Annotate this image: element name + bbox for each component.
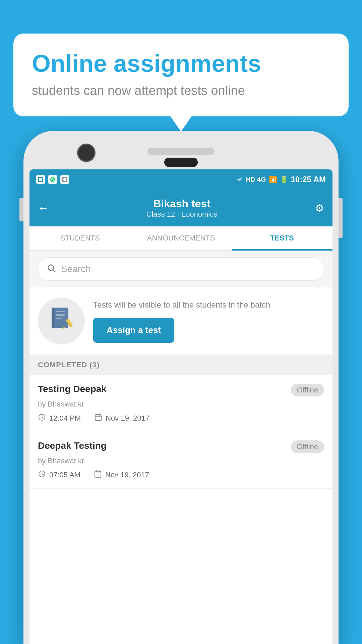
assign-test-button[interactable]: Assign a test — [93, 318, 174, 343]
signal-icon: 📶 — [269, 175, 277, 183]
test-time: 07:05 AM — [38, 470, 80, 480]
test-date-value: Nov 19, 2017 — [105, 471, 149, 479]
phone-earpiece — [164, 158, 198, 167]
app-icon-1 — [36, 175, 45, 184]
search-container: Search — [29, 251, 333, 287]
phone-screen: W ✳ HD 4G 📶 🔋 10:25 AM ← Bikash test Cla… — [29, 169, 333, 644]
phone-side-button-right — [339, 198, 343, 238]
tab-bar: STUDENTS ANNOUNCEMENTS TESTS — [29, 226, 333, 251]
svg-rect-17 — [95, 415, 101, 421]
search-placeholder: Search — [61, 264, 91, 274]
phone-camera — [77, 144, 96, 162]
bubble-title: Online assignments — [32, 50, 330, 77]
phone-outer: W ✳ HD 4G 📶 🔋 10:25 AM ← Bikash test Cla… — [23, 131, 339, 644]
app-bar-subtitle: Class 12 · Economics — [49, 210, 315, 219]
test-time-value: 07:05 AM — [49, 471, 80, 479]
calendar-icon — [94, 413, 102, 423]
test-by: by Bhaswat kr — [38, 457, 324, 465]
test-date: Nov 19, 2017 — [94, 413, 149, 423]
test-item-header: Deepak Testing Offline — [38, 440, 324, 453]
status-bar: W ✳ HD 4G 📶 🔋 10:25 AM — [29, 169, 333, 190]
whatsapp-icon: W — [48, 175, 57, 184]
back-button[interactable]: ← — [38, 202, 49, 214]
clock-icon — [38, 470, 46, 480]
assign-icon-circle — [38, 298, 85, 344]
svg-rect-11 — [56, 314, 65, 316]
settings-button[interactable]: ⚙ — [315, 202, 324, 214]
app-bar-title: Bikash test — [49, 198, 315, 210]
calendar-icon — [94, 470, 102, 480]
clock-icon — [38, 413, 46, 423]
app-bar-center: Bikash test Class 12 · Economics — [49, 198, 315, 219]
test-name: Deepak Testing — [38, 440, 107, 451]
network-label: HD 4G — [245, 176, 266, 183]
assign-right: Tests will be visible to all the student… — [93, 299, 324, 343]
tab-announcements[interactable]: ANNOUNCEMENTS — [130, 226, 231, 250]
svg-rect-9 — [52, 308, 54, 328]
test-date-value: Nov 19, 2017 — [106, 414, 149, 423]
test-item[interactable]: Testing Deepak Offline by Bhaswat kr 12:… — [29, 375, 333, 432]
bluetooth-icon: ✳ — [237, 175, 243, 183]
tab-students[interactable]: STUDENTS — [29, 226, 130, 250]
speech-bubble: Online assignments students can now atte… — [13, 34, 349, 116]
svg-rect-12 — [56, 318, 62, 319]
test-meta: 12:04 PM Nov 19, 2017 — [38, 413, 324, 423]
svg-rect-1 — [39, 178, 42, 181]
status-right: ✳ HD 4G 📶 🔋 10:25 AM — [237, 175, 326, 184]
test-item-header: Testing Deepak Offline — [38, 384, 324, 396]
search-icon — [47, 263, 56, 275]
photo-icon — [60, 175, 69, 184]
tab-tests[interactable]: TESTS — [232, 226, 333, 250]
test-by: by Bhaswat kr — [38, 400, 324, 409]
test-status-badge: Offline — [291, 384, 324, 396]
completed-section-header: COMPLETED (3) — [29, 355, 333, 375]
notebook-icon — [49, 306, 74, 336]
test-status-badge: Offline — [291, 440, 324, 453]
svg-text:W: W — [51, 178, 54, 181]
assign-description: Tests will be visible to all the student… — [93, 299, 324, 311]
test-time: 12:04 PM — [38, 413, 81, 423]
svg-line-7 — [53, 270, 55, 272]
test-meta: 07:05 AM Nov 19, 2017 — [38, 470, 324, 480]
test-date: Nov 19, 2017 — [94, 470, 149, 480]
search-bar[interactable]: Search — [38, 257, 324, 281]
assign-section: Tests will be visible to all the student… — [29, 287, 333, 355]
app-bar: ← Bikash test Class 12 · Economics ⚙ — [29, 190, 333, 226]
test-time-value: 12:04 PM — [49, 414, 81, 423]
battery-icon: 🔋 — [280, 175, 288, 183]
svg-rect-10 — [56, 311, 65, 312]
phone-side-button-left — [19, 198, 23, 221]
test-name: Testing Deepak — [38, 384, 107, 394]
bubble-subtitle: students can now attempt tests online — [32, 84, 330, 98]
status-icons: W — [36, 175, 69, 184]
svg-rect-22 — [95, 471, 101, 477]
svg-point-5 — [63, 178, 66, 181]
test-item[interactable]: Deepak Testing Offline by Bhaswat kr 07:… — [29, 432, 333, 489]
status-time: 10:25 AM — [291, 175, 326, 184]
phone-speaker — [147, 148, 215, 155]
